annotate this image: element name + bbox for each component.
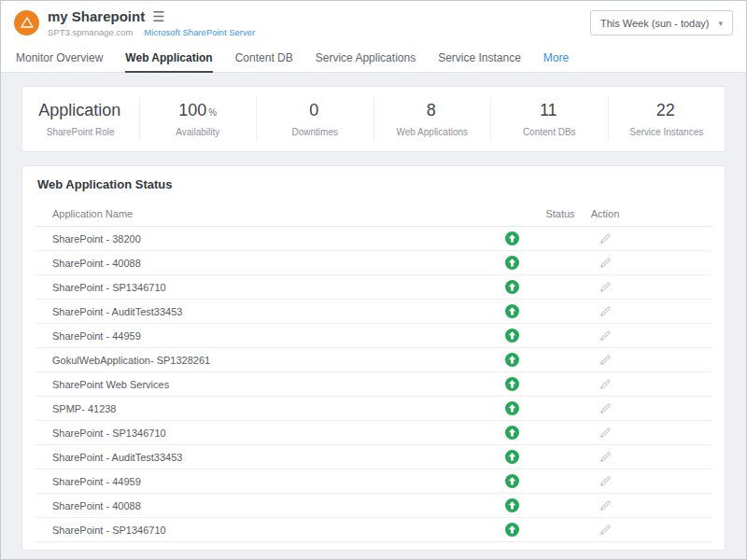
summary-stats-card: Application SharePoint Role 100% Availab… <box>21 86 726 152</box>
stat-value: 0 <box>309 101 318 119</box>
page-title: my Sharepoint <box>48 8 145 24</box>
edit-action[interactable] <box>583 427 627 439</box>
pencil-icon <box>599 498 612 514</box>
edit-action[interactable] <box>583 475 627 487</box>
application-name: SharePoint - AuditTest33453 <box>52 306 486 317</box>
status-cell <box>486 450 538 464</box>
edit-action[interactable] <box>583 232 627 245</box>
server-type-link[interactable]: Microsoft SharePoint Server <box>144 27 255 37</box>
stat-value: 100 <box>178 101 206 119</box>
stat-value: 8 <box>427 101 436 119</box>
column-header-action: Action <box>583 208 627 219</box>
warning-triangle-icon <box>21 15 34 32</box>
stat-web-applications: 8 Web Applications <box>374 97 491 141</box>
tab-web-application[interactable]: Web Application <box>125 45 212 73</box>
table-row: SharePoint - 38200 <box>35 227 712 251</box>
arrow-up-circle-icon <box>505 377 519 391</box>
application-name: SharePoint - SP1346710 <box>52 282 486 293</box>
table-row: SharePoint - AuditTest33453 <box>35 445 712 469</box>
tab-content-db[interactable]: Content DB <box>235 45 293 73</box>
arrow-up-circle-icon <box>505 426 519 440</box>
main-content: Application SharePoint Role 100% Availab… <box>1 73 746 551</box>
edit-action[interactable] <box>583 378 627 390</box>
stat-service-instances: 22 Service Instances <box>608 97 726 141</box>
application-name: SharePoint - SP1346710 <box>52 427 486 439</box>
pencil-icon <box>599 353 612 369</box>
application-name: SharePoint - 40088 <box>52 258 486 269</box>
table-row: SharePoint - 44959 <box>35 324 712 348</box>
hamburger-menu-icon[interactable]: ☰ <box>152 9 164 23</box>
pencil-icon <box>599 426 612 441</box>
status-cell <box>486 280 538 294</box>
header: my Sharepoint ☰ SPT3.spmanage.com Micros… <box>1 1 746 45</box>
stat-label: Service Instances <box>613 127 722 137</box>
edit-action[interactable] <box>583 499 627 511</box>
pencil-icon <box>599 450 612 466</box>
pencil-icon <box>599 256 612 272</box>
tab-bar: Monitor Overview Web Application Content… <box>1 45 746 73</box>
edit-action[interactable] <box>583 257 627 269</box>
edit-action[interactable] <box>583 524 627 536</box>
status-cell <box>486 426 538 440</box>
pencil-icon <box>599 280 612 296</box>
column-header-application-name: Application Name <box>52 208 486 219</box>
arrow-up-circle-icon <box>505 523 519 537</box>
title-block: my Sharepoint ☰ SPT3.spmanage.com Micros… <box>48 8 255 37</box>
table-row: SharePoint - SP1346710 <box>35 275 712 300</box>
application-name: SharePoint - SP1346710 <box>52 525 486 536</box>
arrow-up-circle-icon <box>505 498 519 512</box>
pencil-icon <box>599 474 612 490</box>
column-header-status: Status <box>538 208 583 219</box>
stat-content-dbs: 11 Content DBs <box>490 97 608 141</box>
tab-service-instance[interactable]: Service Instance <box>438 45 521 73</box>
pencil-icon <box>599 304 612 320</box>
tab-monitor-overview[interactable]: Monitor Overview <box>16 45 103 73</box>
status-cell <box>486 329 538 343</box>
tab-more[interactable]: More <box>543 45 569 73</box>
stat-label: Content DBs <box>495 127 604 137</box>
table-row: SharePoint - 40088 <box>35 251 712 275</box>
stat-suffix: % <box>208 107 217 118</box>
stat-label: SharePoint Role <box>26 127 135 137</box>
table-body: SharePoint - 38200 SharePoint - 40088 <box>35 227 712 542</box>
edit-action[interactable] <box>583 354 627 366</box>
arrow-up-circle-icon <box>505 353 519 367</box>
edit-action[interactable] <box>583 329 627 342</box>
stat-value: Application <box>38 101 120 119</box>
edit-action[interactable] <box>583 402 627 414</box>
status-cell <box>486 498 538 512</box>
app-window: my Sharepoint ☰ SPT3.spmanage.com Micros… <box>0 0 747 560</box>
application-name: SharePoint - AuditTest33453 <box>52 452 486 463</box>
edit-action[interactable] <box>583 451 627 463</box>
arrow-up-circle-icon <box>505 231 519 245</box>
status-cell <box>486 231 538 245</box>
time-range-value: This Week (sun - today) <box>600 18 710 29</box>
stat-sharepoint-role: Application SharePoint Role <box>22 97 139 141</box>
status-cell <box>486 256 538 270</box>
application-name: SharePoint Web Services <box>52 379 486 390</box>
arrow-up-circle-icon <box>505 474 519 488</box>
stat-downtimes: 0 Downtimes <box>256 97 374 141</box>
pencil-icon <box>599 329 612 344</box>
table-row: SharePoint - 40088 <box>35 494 712 518</box>
host-name: SPT3.spmanage.com <box>48 27 133 37</box>
edit-action[interactable] <box>583 305 627 317</box>
arrow-up-circle-icon <box>505 329 519 343</box>
application-name: SharePoint - 44959 <box>52 476 486 487</box>
time-range-dropdown[interactable]: This Week (sun - today) ▾ <box>590 10 733 35</box>
tab-service-applications[interactable]: Service Applications <box>316 45 416 73</box>
arrow-up-circle-icon <box>505 450 519 464</box>
application-name: SPMP- 41238 <box>52 403 486 414</box>
table-header-row: Application Name Status Action <box>35 201 712 227</box>
web-application-status-card: Web Application Status Application Name … <box>21 165 726 551</box>
status-cell <box>486 304 538 318</box>
edit-action[interactable] <box>583 281 627 293</box>
application-name: GokulWebApplication- SP1328261 <box>52 355 486 366</box>
pencil-icon <box>599 523 612 539</box>
arrow-up-circle-icon <box>505 401 519 415</box>
brand-logo <box>14 10 39 35</box>
pencil-icon <box>599 231 612 247</box>
table-row: SPMP- 41238 <box>35 397 712 421</box>
status-cell <box>486 401 538 415</box>
status-cell <box>486 523 538 537</box>
